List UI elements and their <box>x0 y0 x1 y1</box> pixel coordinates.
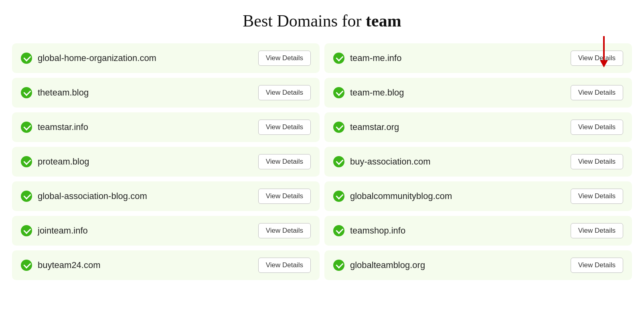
domain-name: globalcommunityblog.com <box>350 191 452 201</box>
domain-card: buyteam24.comView Details <box>12 250 320 280</box>
check-available-icon <box>21 156 32 167</box>
check-available-icon <box>333 87 344 98</box>
view-details-button[interactable]: View Details <box>571 85 623 100</box>
domains-grid: global-home-organization.comView Details… <box>0 39 644 292</box>
domain-card: team-me.blogView Details <box>324 78 632 108</box>
view-details-button[interactable]: View Details <box>571 223 623 238</box>
view-details-button[interactable]: View Details <box>258 258 311 273</box>
domain-card: team-me.infoView Details <box>324 43 632 73</box>
view-details-button[interactable]: View Details <box>258 154 311 169</box>
domain-name: team-me.blog <box>350 87 404 98</box>
domain-left: buy-association.com <box>333 156 431 167</box>
domain-left: global-home-organization.com <box>21 53 156 64</box>
domain-name: buyteam24.com <box>38 260 101 270</box>
domain-name: global-association-blog.com <box>38 191 147 201</box>
domain-card: proteam.blogView Details <box>12 147 320 177</box>
domain-name: globalteamblog.org <box>350 260 425 270</box>
red-arrow-indicator <box>600 36 608 67</box>
check-available-icon <box>21 260 32 271</box>
view-details-button[interactable]: View Details <box>258 120 311 135</box>
domain-card: teamstar.orgView Details <box>324 112 632 142</box>
check-available-icon <box>333 260 344 271</box>
domain-name: teamstar.info <box>38 122 88 132</box>
check-available-icon <box>333 225 344 236</box>
domain-name: jointeam.info <box>38 226 88 236</box>
check-available-icon <box>333 53 344 64</box>
domain-left: global-association-blog.com <box>21 191 147 202</box>
domain-left: teamstar.org <box>333 122 399 133</box>
domain-card: global-association-blog.comView Details <box>12 181 320 211</box>
domain-left: jointeam.info <box>21 225 88 236</box>
domain-left: globalcommunityblog.com <box>333 191 452 202</box>
domain-card: globalteamblog.orgView Details <box>324 250 632 280</box>
domain-name: teamshop.info <box>350 226 405 236</box>
check-available-icon <box>21 53 32 64</box>
domain-name: buy-association.com <box>350 156 431 167</box>
domain-card: buy-association.comView Details <box>324 147 632 177</box>
domain-name: proteam.blog <box>38 156 89 167</box>
domain-left: globalteamblog.org <box>333 260 425 271</box>
domain-left: teamstar.info <box>21 122 88 133</box>
domain-name: team-me.info <box>350 53 401 63</box>
domain-left: theteam.blog <box>21 87 89 98</box>
domain-card: global-home-organization.comView Details <box>12 43 320 73</box>
check-available-icon <box>21 87 32 98</box>
view-details-button[interactable]: View Details <box>258 223 311 238</box>
domain-left: teamshop.info <box>333 225 405 236</box>
domain-card: teamstar.infoView Details <box>12 112 320 142</box>
view-details-button[interactable]: View Details <box>258 51 311 66</box>
check-available-icon <box>333 156 344 167</box>
check-available-icon <box>21 122 32 133</box>
view-details-button[interactable]: View Details <box>571 120 623 135</box>
domain-card: jointeam.infoView Details <box>12 216 320 246</box>
view-details-button[interactable]: View Details <box>571 189 623 204</box>
view-details-button[interactable]: View Details <box>258 85 311 100</box>
domain-left: proteam.blog <box>21 156 89 167</box>
view-details-button[interactable]: View Details <box>258 189 311 204</box>
check-available-icon <box>333 191 344 202</box>
domain-card: teamshop.infoView Details <box>324 216 632 246</box>
domain-name: global-home-organization.com <box>38 53 156 63</box>
check-available-icon <box>333 122 344 133</box>
domain-name: teamstar.org <box>350 122 399 132</box>
view-details-button[interactable]: View Details <box>571 258 623 273</box>
page-title: Best Domains for team <box>0 0 644 39</box>
domain-card: theteam.blogView Details <box>12 78 320 108</box>
check-available-icon <box>21 225 32 236</box>
domain-name: theteam.blog <box>38 87 89 98</box>
view-details-button[interactable]: View Details <box>571 154 623 169</box>
domain-left: team-me.blog <box>333 87 404 98</box>
domain-left: buyteam24.com <box>21 260 101 271</box>
check-available-icon <box>21 191 32 202</box>
domain-card: globalcommunityblog.comView Details <box>324 181 632 211</box>
domain-left: team-me.info <box>333 53 401 64</box>
view-details-button[interactable]: View Details <box>571 51 623 66</box>
